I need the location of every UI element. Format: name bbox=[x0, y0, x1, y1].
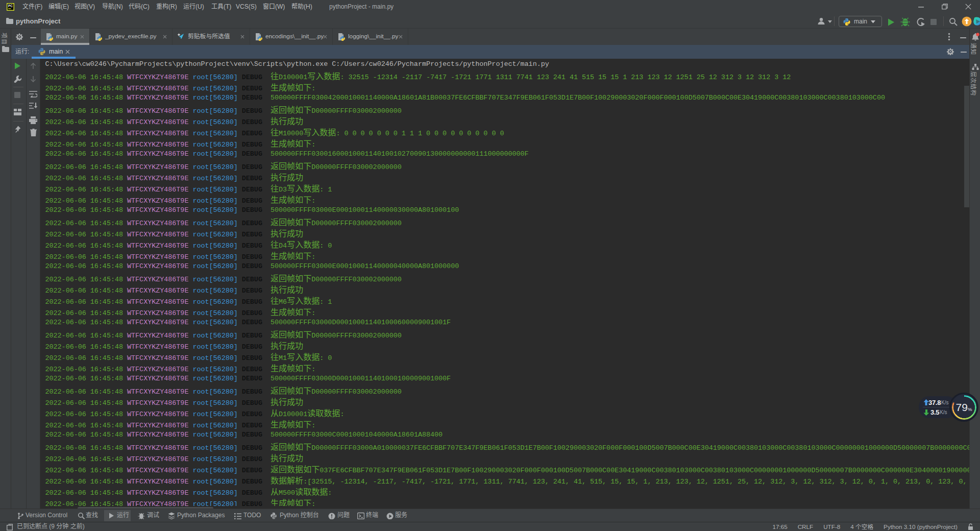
svg-text:PC: PC bbox=[8, 4, 13, 8]
